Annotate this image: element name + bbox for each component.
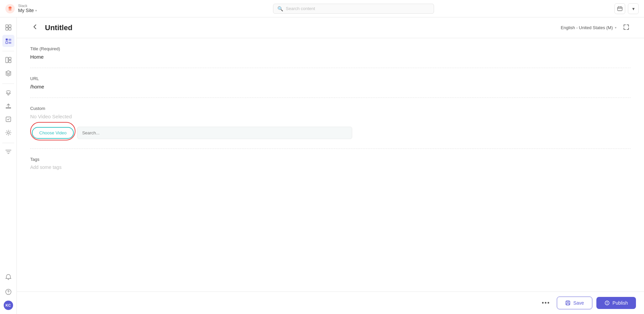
filters-icon (5, 148, 12, 155)
search-bar[interactable]: 🔍 Search content (273, 4, 434, 14)
dropdown-icon-btn[interactable]: ▾ (628, 3, 639, 14)
svg-rect-26 (567, 301, 569, 302)
sidebar-icon-grid[interactable] (2, 21, 14, 34)
top-header: Stack My Site ▾ 🔍 Search content ▾ (0, 0, 644, 17)
widgets-icon (5, 89, 12, 96)
svg-point-24 (8, 293, 8, 294)
search-placeholder-text: Search content (286, 6, 315, 11)
title-value[interactable]: Home (30, 54, 631, 60)
brand-site-label[interactable]: My Site ▾ (18, 8, 37, 13)
content-header-right: English - United States (M) ▾ (561, 23, 631, 33)
gear-icon (5, 129, 12, 136)
save-button[interactable]: Save (557, 297, 592, 309)
page-title: Untitled (45, 23, 72, 32)
sidebar-divider-2 (2, 83, 14, 84)
custom-field: Custom No Video Selected Choose Video (30, 98, 631, 149)
upload-icon (5, 103, 12, 109)
sidebar-icon-upload[interactable] (2, 100, 14, 112)
locale-chevron-icon: ▾ (615, 26, 616, 29)
publish-icon (604, 300, 610, 306)
brand-logo[interactable] (5, 4, 15, 13)
brand-text: Stack My Site ▾ (18, 4, 37, 13)
header-right: ▾ (614, 3, 639, 14)
form-content: Title (Required) Home URL /home Custom N… (17, 38, 644, 292)
choose-video-btn-wrapper: Choose Video (30, 122, 75, 140)
locale-label: English - United States (M) (561, 25, 613, 30)
svg-rect-3 (9, 25, 11, 27)
sidebar-bottom: KC (2, 271, 14, 310)
fullscreen-icon (623, 24, 629, 30)
tasks-icon (5, 116, 12, 123)
main-layout: KC Untitled English - United States (M) … (0, 17, 644, 314)
url-label: URL (30, 76, 631, 81)
svg-point-15 (6, 92, 8, 94)
content-header-left: Untitled (30, 22, 72, 33)
tags-field: Tags Add some tags (30, 149, 631, 178)
svg-point-17 (8, 94, 9, 95)
sidebar-divider-1 (2, 51, 14, 51)
title-label: Title (Required) (30, 46, 631, 51)
list-icon (5, 38, 12, 44)
locale-selector[interactable]: English - United States (M) ▾ (561, 25, 616, 30)
calendar-icon-btn[interactable] (614, 3, 625, 14)
svg-rect-27 (567, 303, 569, 305)
svg-rect-1 (618, 7, 622, 11)
sidebar-icon-tasks[interactable] (2, 113, 14, 125)
svg-rect-5 (9, 28, 11, 30)
svg-rect-6 (6, 39, 8, 41)
title-field: Title (Required) Home (30, 38, 631, 68)
calendar-icon (617, 6, 623, 11)
layers-icon (5, 70, 12, 77)
svg-rect-13 (9, 57, 11, 60)
back-icon (32, 23, 38, 30)
custom-label: Custom (30, 106, 631, 111)
brand-chevron-icon: ▾ (35, 9, 37, 12)
svg-point-16 (9, 92, 10, 94)
svg-rect-2 (6, 25, 8, 27)
svg-rect-4 (6, 28, 8, 30)
choose-video-button[interactable]: Choose Video (32, 127, 74, 139)
back-button[interactable] (30, 22, 40, 33)
video-search-input[interactable] (77, 127, 352, 139)
sidebar-icon-help[interactable] (2, 286, 14, 298)
fullscreen-button[interactable] (622, 23, 631, 33)
grid-icon (5, 24, 12, 31)
sidebar-icon-filters[interactable] (2, 146, 14, 158)
sidebar-icon-list[interactable] (2, 35, 14, 47)
user-avatar[interactable]: KC (4, 301, 13, 310)
svg-point-19 (7, 132, 9, 134)
bell-icon (5, 274, 12, 280)
sidebar-icon-settings[interactable] (2, 127, 14, 139)
brand-area: Stack My Site ▾ (5, 4, 93, 13)
more-options-button[interactable]: ••• (539, 298, 553, 308)
help-icon (5, 289, 12, 295)
content-area: Untitled English - United States (M) ▾ T… (17, 17, 644, 314)
url-value[interactable]: /home (30, 84, 631, 89)
search-icon: 🔍 (277, 6, 283, 11)
url-field: URL /home (30, 68, 631, 98)
chevron-down-icon: ▾ (632, 6, 635, 11)
tags-placeholder[interactable]: Add some tags (30, 165, 631, 170)
content-header: Untitled English - United States (M) ▾ (17, 17, 644, 38)
sidebar-icon-layers[interactable] (2, 67, 14, 79)
svg-rect-12 (6, 57, 8, 63)
svg-rect-9 (6, 42, 8, 44)
sidebar-icon-widgets[interactable] (2, 86, 14, 99)
tags-label: Tags (30, 157, 631, 162)
bottom-bar: ••• Save Publish (17, 292, 644, 314)
search-area: 🔍 Search content (93, 4, 614, 14)
publish-button[interactable]: Publish (596, 297, 636, 309)
layout-icon (5, 57, 12, 63)
svg-rect-14 (9, 60, 11, 63)
sidebar-divider-3 (2, 143, 14, 143)
left-sidebar: KC (0, 17, 17, 314)
save-icon (565, 300, 571, 306)
sidebar-icon-notification[interactable] (2, 271, 14, 283)
no-video-text: No Video Selected (30, 114, 631, 119)
brand-stack-label: Stack (18, 4, 37, 8)
sidebar-icon-layout[interactable] (2, 54, 14, 66)
